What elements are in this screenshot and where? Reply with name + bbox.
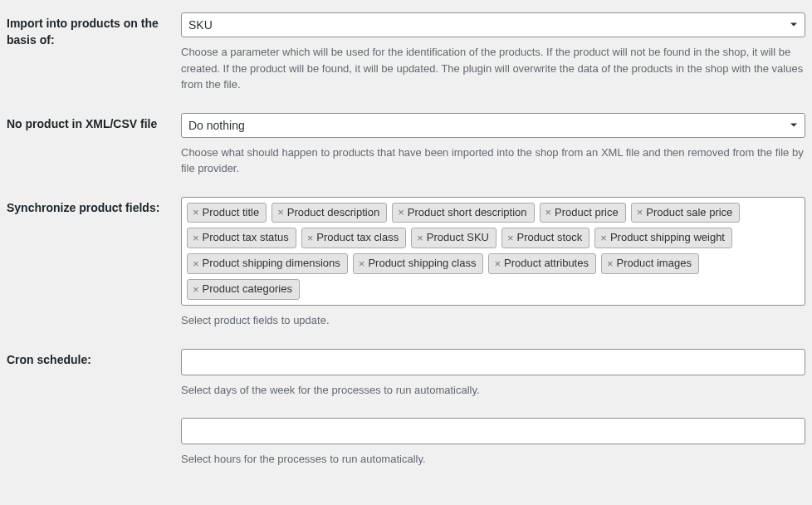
sync-field-tag-label: Product shipping dimensions xyxy=(203,257,340,271)
remove-tag-icon[interactable]: × xyxy=(277,207,284,218)
sync-field-tag-label: Product stock xyxy=(517,231,583,245)
sync-field-tag: ×Product price xyxy=(540,203,626,223)
no-product-description: Choose what should happen to products th… xyxy=(181,145,805,177)
sync-field-tag-label: Product sale price xyxy=(646,206,732,220)
remove-tag-icon[interactable]: × xyxy=(600,233,607,243)
cron-schedule-label: Cron schedule: xyxy=(7,349,181,369)
sync-field-tag: ×Product attributes xyxy=(488,253,595,274)
remove-tag-icon[interactable]: × xyxy=(494,258,501,269)
sync-field-tag: ×Product SKU xyxy=(411,228,496,248)
sync-field-tag: ×Product images xyxy=(601,253,699,274)
sync-field-tag: ×Product tax status xyxy=(187,228,296,248)
sync-field-tag: ×Product shipping weight xyxy=(594,228,732,248)
no-product-select[interactable]: Do nothing xyxy=(181,113,805,138)
sync-field-tag: ×Product short description xyxy=(392,203,534,223)
sync-field-tag: ×Product description xyxy=(271,203,387,223)
sync-field-tag-label: Product short description xyxy=(408,206,527,220)
cron-days-description: Select days of the week for the processe… xyxy=(181,382,805,399)
import-basis-description: Choose a parameter which will be used fo… xyxy=(181,44,805,93)
cron-days-multiselect[interactable] xyxy=(181,349,805,375)
sync-field-tag-label: Product title xyxy=(203,206,260,220)
remove-tag-icon[interactable]: × xyxy=(637,207,643,218)
sync-field-tag: ×Product categories xyxy=(187,279,300,300)
sync-field-tag: ×Product shipping dimensions xyxy=(187,253,348,274)
remove-tag-icon[interactable]: × xyxy=(307,233,314,243)
sync-field-tag-label: Product price xyxy=(555,206,619,220)
sync-field-tag-label: Product attributes xyxy=(504,257,589,271)
remove-tag-icon[interactable]: × xyxy=(359,258,365,269)
sync-field-tag: ×Product title xyxy=(187,203,267,223)
sync-field-tag-label: Product tax status xyxy=(203,231,289,245)
sync-field-tag-label: Product SKU xyxy=(427,231,489,245)
sync-field-tag: ×Product shipping class xyxy=(353,253,484,274)
cron-hours-multiselect[interactable] xyxy=(181,418,805,444)
import-basis-select[interactable]: SKU xyxy=(181,12,805,37)
sync-field-tag-label: Product categories xyxy=(203,282,292,297)
sync-fields-label: Synchronize product fields: xyxy=(7,197,181,217)
remove-tag-icon[interactable]: × xyxy=(607,258,614,269)
sync-field-tag: ×Product sale price xyxy=(631,203,741,223)
sync-field-tag-label: Product tax class xyxy=(316,231,399,245)
remove-tag-icon[interactable]: × xyxy=(545,207,552,218)
remove-tag-icon[interactable]: × xyxy=(193,284,199,295)
remove-tag-icon[interactable]: × xyxy=(193,207,199,218)
remove-tag-icon[interactable]: × xyxy=(507,233,514,243)
import-basis-label: Import into products on the basis of: xyxy=(7,12,181,48)
sync-field-tag-label: Product shipping weight xyxy=(610,231,725,245)
sync-field-tag-label: Product images xyxy=(617,257,692,271)
remove-tag-icon[interactable]: × xyxy=(193,233,199,243)
remove-tag-icon[interactable]: × xyxy=(193,258,199,269)
sync-field-tag-label: Product description xyxy=(287,206,379,220)
sync-fields-description: Select product fields to update. xyxy=(181,312,805,329)
cron-hours-description: Select hours for the processes to run au… xyxy=(181,451,805,468)
cron-hours-label-spacer xyxy=(7,418,181,421)
no-product-label: No product in XML/CSV file xyxy=(7,113,181,133)
sync-fields-multiselect[interactable]: ×Product title×Product description×Produ… xyxy=(181,197,805,306)
sync-field-tag: ×Product stock xyxy=(501,228,589,248)
sync-field-tag-label: Product shipping class xyxy=(368,257,476,271)
sync-field-tag: ×Product tax class xyxy=(301,228,407,248)
remove-tag-icon[interactable]: × xyxy=(398,207,404,218)
remove-tag-icon[interactable]: × xyxy=(417,233,423,243)
